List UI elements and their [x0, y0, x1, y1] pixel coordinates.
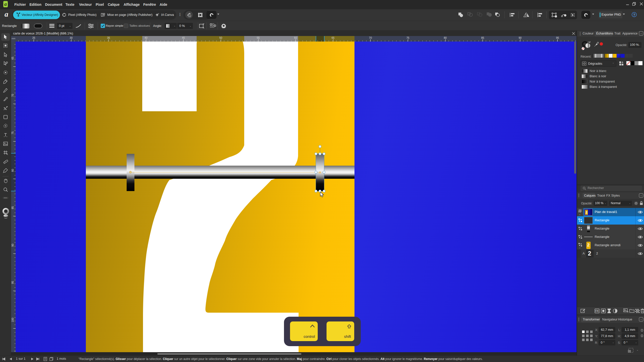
svg-text:A: A [189, 15, 190, 17]
svg-text:FX: FX [595, 310, 599, 312]
